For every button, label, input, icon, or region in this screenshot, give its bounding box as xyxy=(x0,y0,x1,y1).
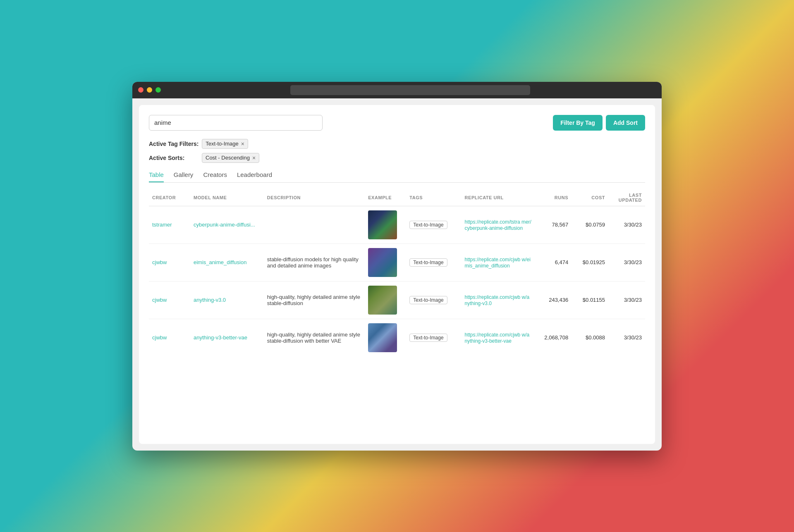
cell-tags-3: Text-to-Image xyxy=(406,319,461,356)
col-header-replicate-url: REPLICATE URL xyxy=(462,189,535,206)
model-link-2[interactable]: anything-v3.0 xyxy=(194,297,226,303)
table-header-row: CREATOR MODEL NAME DESCRIPTION EXAMPLE T… xyxy=(149,189,645,206)
replicate-url-link-0[interactable]: https://replicate.com/tstra mer/cyberpun… xyxy=(465,219,531,231)
add-sort-button[interactable]: Add Sort xyxy=(606,115,645,131)
replicate-url-link-1[interactable]: https://replicate.com/cjwb w/eimis_anime… xyxy=(465,257,531,269)
cell-url-0: https://replicate.com/tstra mer/cyberpun… xyxy=(462,206,535,243)
titlebar xyxy=(132,82,662,98)
cell-runs-1: 6,474 xyxy=(535,243,572,281)
col-header-creator: CREATOR xyxy=(149,189,190,206)
search-input[interactable] xyxy=(149,115,323,131)
tag-badge-3: Text-to-Image xyxy=(409,334,447,342)
cell-creator-3: cjwbw xyxy=(149,319,190,356)
cell-runs-0: 78,567 xyxy=(535,206,572,243)
cell-example-1 xyxy=(365,243,406,281)
cell-cost-1: $0.01925 xyxy=(572,243,608,281)
replicate-url-link-2[interactable]: https://replicate.com/cjwb w/anything-v3… xyxy=(465,294,530,306)
remove-sort-filter-button[interactable]: × xyxy=(252,155,256,161)
col-header-cost: COST xyxy=(572,189,608,206)
cell-url-1: https://replicate.com/cjwb w/eimis_anime… xyxy=(462,243,535,281)
table-row: tstramer cyberpunk-anime-diffusi... Text… xyxy=(149,206,645,243)
cell-cost-0: $0.0759 xyxy=(572,206,608,243)
active-sort-label: Active Sorts: xyxy=(149,155,198,161)
active-sort-value: Cost - Descending xyxy=(206,155,250,161)
cell-creator-2: cjwbw xyxy=(149,281,190,319)
col-header-example: EXAMPLE xyxy=(365,189,406,206)
cell-model-0: cyberpunk-anime-diffusi... xyxy=(190,206,264,243)
active-tag-filter-label: Active Tag Filters: xyxy=(149,141,198,147)
cell-example-2 xyxy=(365,281,406,319)
minimize-button[interactable] xyxy=(147,87,152,93)
tab-table[interactable]: Table xyxy=(149,168,164,182)
cell-cost-3: $0.0088 xyxy=(572,319,608,356)
filter-by-tag-button[interactable]: Filter By Tag xyxy=(553,115,603,131)
titlebar-search-bar xyxy=(290,85,530,95)
active-sort-chip: Cost - Descending × xyxy=(202,153,259,163)
tag-badge-2: Text-to-Image xyxy=(409,296,447,304)
cell-model-1: eimis_anime_diffusion xyxy=(190,243,264,281)
close-button[interactable] xyxy=(138,87,143,93)
cell-description-3: high-quality, highly detailed anime styl… xyxy=(264,319,365,356)
replicate-url-link-3[interactable]: https://replicate.com/cjwb w/anything-v3… xyxy=(465,332,530,344)
cell-url-3: https://replicate.com/cjwb w/anything-v3… xyxy=(462,319,535,356)
tag-badge-0: Text-to-Image xyxy=(409,221,447,229)
cell-tags-1: Text-to-Image xyxy=(406,243,461,281)
active-sort-filter-row: Active Sorts: Cost - Descending × xyxy=(149,153,645,163)
view-tabs: Table Gallery Creators Leaderboard xyxy=(149,168,645,183)
cell-url-2: https://replicate.com/cjwb w/anything-v3… xyxy=(462,281,535,319)
example-image-3 xyxy=(368,323,397,352)
model-link-3[interactable]: anything-v3-better-vae xyxy=(194,334,247,341)
tab-creators[interactable]: Creators xyxy=(203,168,227,182)
col-header-model-name: MODEL NAME xyxy=(190,189,264,206)
cell-last-updated-3: 3/30/23 xyxy=(608,319,645,356)
top-bar: Filter By Tag Add Sort xyxy=(149,115,645,131)
cell-last-updated-1: 3/30/23 xyxy=(608,243,645,281)
active-tag-value: Text-to-Image xyxy=(206,141,238,147)
table-wrapper: CREATOR MODEL NAME DESCRIPTION EXAMPLE T… xyxy=(149,189,645,356)
col-header-description: DESCRIPTION xyxy=(264,189,365,206)
cell-description-2: high-quality, highly detailed anime styl… xyxy=(264,281,365,319)
cell-creator-1: cjwbw xyxy=(149,243,190,281)
cell-cost-2: $0.01155 xyxy=(572,281,608,319)
tab-gallery[interactable]: Gallery xyxy=(174,168,194,182)
cell-description-1: stable-diffusion models for high quality… xyxy=(264,243,365,281)
cell-model-3: anything-v3-better-vae xyxy=(190,319,264,356)
cell-creator-0: tstramer xyxy=(149,206,190,243)
creator-link-0[interactable]: tstramer xyxy=(152,222,172,228)
active-tag-filter-row: Active Tag Filters: Text-to-Image × xyxy=(149,139,645,149)
tag-badge-1: Text-to-Image xyxy=(409,258,447,267)
example-image-0 xyxy=(368,210,397,239)
main-content: Filter By Tag Add Sort Active Tag Filter… xyxy=(139,105,655,444)
cell-runs-2: 243,436 xyxy=(535,281,572,319)
col-header-last-updated: LAST UPDATED xyxy=(608,189,645,206)
table-row: cjwbw eimis_anime_diffusion stable-diffu… xyxy=(149,243,645,281)
cell-last-updated-2: 3/30/23 xyxy=(608,281,645,319)
cell-description-0 xyxy=(264,206,365,243)
col-header-runs: RUNS xyxy=(535,189,572,206)
example-image-1 xyxy=(368,248,397,277)
example-image-2 xyxy=(368,286,397,315)
active-tag-chip: Text-to-Image × xyxy=(202,139,248,149)
main-window: Filter By Tag Add Sort Active Tag Filter… xyxy=(132,82,662,451)
results-table: CREATOR MODEL NAME DESCRIPTION EXAMPLE T… xyxy=(149,189,645,356)
cell-runs-3: 2,068,708 xyxy=(535,319,572,356)
model-link-1[interactable]: eimis_anime_diffusion xyxy=(194,259,246,265)
cell-tags-2: Text-to-Image xyxy=(406,281,461,319)
creator-link-2[interactable]: cjwbw xyxy=(152,297,167,303)
cell-tags-0: Text-to-Image xyxy=(406,206,461,243)
model-link-0[interactable]: cyberpunk-anime-diffusi... xyxy=(194,222,255,228)
maximize-button[interactable] xyxy=(155,87,161,93)
cell-example-0 xyxy=(365,206,406,243)
creator-link-1[interactable]: cjwbw xyxy=(152,259,167,265)
col-header-tags: TAGS xyxy=(406,189,461,206)
cell-last-updated-0: 3/30/23 xyxy=(608,206,645,243)
tab-leaderboard[interactable]: Leaderboard xyxy=(237,168,272,182)
creator-link-3[interactable]: cjwbw xyxy=(152,334,167,341)
table-row: cjwbw anything-v3-better-vae high-qualit… xyxy=(149,319,645,356)
action-buttons: Filter By Tag Add Sort xyxy=(553,115,645,131)
cell-model-2: anything-v3.0 xyxy=(190,281,264,319)
cell-example-3 xyxy=(365,319,406,356)
remove-tag-filter-button[interactable]: × xyxy=(241,141,244,147)
table-row: cjwbw anything-v3.0 high-quality, highly… xyxy=(149,281,645,319)
